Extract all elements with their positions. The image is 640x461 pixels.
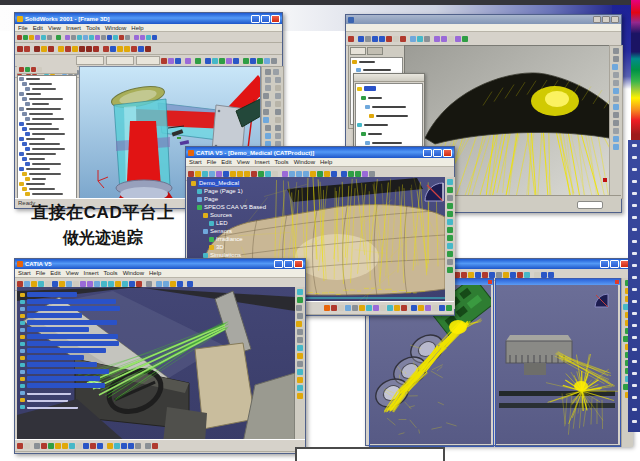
toolbar-icon[interactable] bbox=[297, 329, 303, 335]
toolbar-icon[interactable] bbox=[379, 36, 385, 42]
close-button[interactable] bbox=[611, 16, 619, 23]
toolbar-icon[interactable] bbox=[209, 171, 215, 177]
toolbar-icon[interactable] bbox=[613, 72, 619, 78]
toolbar-icon[interactable] bbox=[355, 171, 361, 177]
toolbar-icon[interactable] bbox=[613, 80, 619, 86]
catia-main-side-toolbar[interactable] bbox=[445, 177, 455, 309]
toolbar-icon[interactable] bbox=[47, 35, 52, 40]
toolbar-icon[interactable] bbox=[534, 272, 540, 278]
toolbar-icon[interactable] bbox=[468, 272, 474, 278]
toolbar-icon[interactable] bbox=[29, 35, 34, 40]
toolbar-icon[interactable] bbox=[175, 58, 181, 64]
toolbar-icon[interactable] bbox=[71, 35, 76, 40]
toolbar-icon[interactable] bbox=[447, 219, 453, 225]
toolbar-icon[interactable] bbox=[275, 85, 281, 91]
toolbar-icon[interactable] bbox=[19, 67, 24, 72]
toolbar-icon[interactable] bbox=[233, 58, 239, 64]
toolbar-icon[interactable] bbox=[297, 377, 303, 383]
toolbar-icon[interactable] bbox=[524, 272, 530, 278]
toolbar-icon[interactable] bbox=[297, 361, 303, 367]
toolbar-icon[interactable] bbox=[373, 305, 379, 311]
tree-row[interactable] bbox=[19, 291, 121, 298]
toolbar-icon[interactable] bbox=[128, 443, 134, 449]
toolbar-icon[interactable] bbox=[447, 243, 453, 249]
toolbar-icon[interactable] bbox=[448, 36, 454, 42]
toolbar-icon[interactable] bbox=[613, 136, 619, 142]
toolbar-icon[interactable] bbox=[152, 35, 157, 40]
toolbar-icon[interactable] bbox=[358, 36, 364, 42]
compass-icon[interactable] bbox=[425, 183, 443, 201]
toolbar-icon[interactable] bbox=[131, 46, 137, 52]
toolbar-icon[interactable] bbox=[447, 267, 453, 273]
catia-interior-bottom-toolbar[interactable] bbox=[15, 439, 305, 452]
toolbar-icon[interactable] bbox=[55, 443, 61, 449]
menu-item[interactable]: Help bbox=[320, 159, 332, 165]
toolbar-icon[interactable] bbox=[297, 369, 303, 375]
toolbar-icon[interactable] bbox=[17, 46, 23, 52]
tree-row[interactable] bbox=[19, 396, 121, 403]
toolbar-icon[interactable] bbox=[297, 289, 303, 295]
toolbar-icon[interactable] bbox=[282, 171, 288, 177]
toolbar-icon[interactable] bbox=[250, 58, 256, 64]
toolbar-icon[interactable] bbox=[289, 171, 295, 177]
tree-row[interactable] bbox=[19, 375, 121, 382]
toolbar-icon[interactable] bbox=[25, 67, 30, 72]
toolbar-icon[interactable] bbox=[263, 93, 269, 99]
toolbar-icon[interactable] bbox=[297, 337, 303, 343]
minimize-button[interactable] bbox=[600, 260, 609, 268]
toolbar-icon[interactable] bbox=[125, 35, 130, 40]
toolbar-icon[interactable] bbox=[34, 443, 40, 449]
toolbar-icon[interactable] bbox=[417, 36, 423, 42]
minimize-button[interactable] bbox=[274, 260, 283, 268]
toolbar-icon[interactable] bbox=[613, 112, 619, 118]
catia-interior-viewport[interactable] bbox=[17, 287, 295, 443]
toolbar-icon[interactable] bbox=[425, 305, 431, 311]
tree-row[interactable] bbox=[19, 298, 121, 305]
palette-titlebar[interactable] bbox=[354, 74, 424, 82]
toolbar-icon[interactable] bbox=[410, 36, 416, 42]
minimize-button[interactable] bbox=[593, 16, 601, 23]
toolbar-icon[interactable] bbox=[613, 88, 619, 94]
tree-item[interactable]: 3D bbox=[189, 243, 266, 251]
toolbar-icon[interactable] bbox=[482, 272, 488, 278]
toolbar-icon[interactable] bbox=[447, 211, 453, 217]
warning-icon[interactable] bbox=[324, 305, 330, 311]
toolbar-icon[interactable] bbox=[612, 64, 618, 70]
menu-item[interactable]: File bbox=[18, 25, 28, 31]
big-button[interactable] bbox=[76, 56, 104, 65]
toolbar-icon[interactable] bbox=[424, 36, 430, 42]
tree-row[interactable] bbox=[19, 382, 121, 389]
catia-interior-titlebar[interactable]: CATIA V5 bbox=[15, 259, 305, 269]
toolbar-icon[interactable] bbox=[362, 171, 368, 177]
toolbar-icon[interactable] bbox=[341, 171, 347, 177]
toolbar-icon[interactable] bbox=[37, 67, 42, 72]
toolbar-icon[interactable] bbox=[297, 393, 303, 399]
toolbar-icon[interactable] bbox=[135, 443, 141, 449]
toolbar-icon[interactable] bbox=[263, 117, 269, 123]
toolbar-icon[interactable] bbox=[503, 272, 509, 278]
toolbar-icon[interactable] bbox=[86, 46, 92, 52]
toolbar-icon[interactable] bbox=[613, 56, 619, 62]
toolbar-icon[interactable] bbox=[244, 171, 250, 177]
toolbar-icon[interactable] bbox=[41, 35, 46, 40]
tree-row[interactable] bbox=[356, 84, 422, 93]
toolbar-icon[interactable] bbox=[359, 305, 365, 311]
toolbar-icon[interactable] bbox=[517, 272, 523, 278]
maximize-button[interactable] bbox=[261, 15, 270, 23]
toolbar-icon[interactable] bbox=[216, 171, 222, 177]
big-button[interactable] bbox=[136, 56, 160, 65]
tree-row[interactable] bbox=[19, 389, 121, 396]
menu-item[interactable]: File bbox=[36, 270, 46, 276]
menu-item[interactable]: Help bbox=[131, 25, 143, 31]
toolbar-icon[interactable] bbox=[489, 272, 495, 278]
toolbar-icon[interactable] bbox=[257, 58, 263, 64]
toolbar-icon[interactable] bbox=[185, 58, 191, 64]
raytracer-side-toolbar[interactable] bbox=[609, 45, 623, 199]
toolbar-icon[interactable] bbox=[31, 67, 36, 72]
toolbar-icon[interactable] bbox=[202, 171, 208, 177]
tree-row[interactable] bbox=[18, 191, 76, 196]
catia-interior-tree[interactable] bbox=[19, 291, 121, 410]
tree-row[interactable] bbox=[19, 361, 121, 368]
toolbar-icon[interactable] bbox=[348, 171, 354, 177]
catia-interior-menubar[interactable]: StartFileEditViewInsertToolsWindowHelp bbox=[15, 269, 305, 278]
